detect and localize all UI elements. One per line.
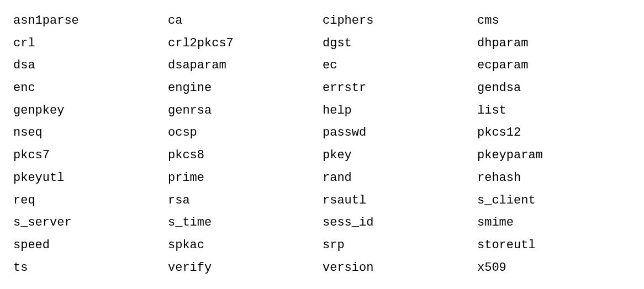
command-item: version: [323, 257, 477, 280]
command-item: dhparam: [477, 33, 632, 55]
command-item: req: [13, 190, 168, 212]
command-item: help: [323, 100, 477, 122]
command-item: rand: [323, 167, 477, 190]
command-item: s_time: [168, 212, 323, 234]
command-item: ca: [168, 10, 323, 33]
command-item: gendsa: [477, 77, 632, 100]
command-item: ts: [13, 257, 168, 280]
command-item: passwd: [323, 122, 477, 144]
command-item: speed: [13, 234, 168, 257]
command-item: pkcs7: [13, 144, 168, 167]
command-item: pkey: [323, 144, 477, 167]
command-item: dsa: [13, 55, 168, 77]
command-item: rsautl: [323, 190, 477, 212]
command-item: genrsa: [168, 100, 323, 122]
command-item: cms: [477, 10, 632, 33]
command-item: ocsp: [168, 122, 323, 144]
command-item: engine: [168, 77, 323, 100]
command-item: enc: [13, 77, 168, 100]
command-item: dgst: [323, 33, 477, 55]
command-list: asn1parse ca ciphers cms crl crl2pkcs7 d…: [13, 10, 632, 279]
command-item: spkac: [168, 234, 323, 257]
command-item: pkcs12: [477, 122, 632, 144]
command-item: x509: [477, 257, 632, 280]
command-item: storeutl: [477, 234, 632, 257]
command-item: crl: [13, 33, 168, 55]
command-item: verify: [168, 257, 323, 280]
command-item: dsaparam: [168, 55, 323, 77]
command-item: asn1parse: [13, 10, 168, 33]
command-item: ciphers: [323, 10, 477, 33]
command-item: sess_id: [323, 212, 477, 234]
command-item: rehash: [477, 167, 632, 190]
command-item: s_client: [477, 190, 632, 212]
command-item: rsa: [168, 190, 323, 212]
command-item: list: [477, 100, 632, 122]
command-item: pkcs8: [168, 144, 323, 167]
command-item: genpkey: [13, 100, 168, 122]
command-item: nseq: [13, 122, 168, 144]
command-item: pkeyutl: [13, 167, 168, 190]
command-item: crl2pkcs7: [168, 33, 323, 55]
command-item: s_server: [13, 212, 168, 234]
command-item: pkeyparam: [477, 144, 632, 167]
command-item: prime: [168, 167, 323, 190]
command-item: smime: [477, 212, 632, 234]
command-item: srp: [323, 234, 477, 257]
command-item: ec: [323, 55, 477, 77]
command-item: errstr: [323, 77, 477, 100]
command-item: ecparam: [477, 55, 632, 77]
